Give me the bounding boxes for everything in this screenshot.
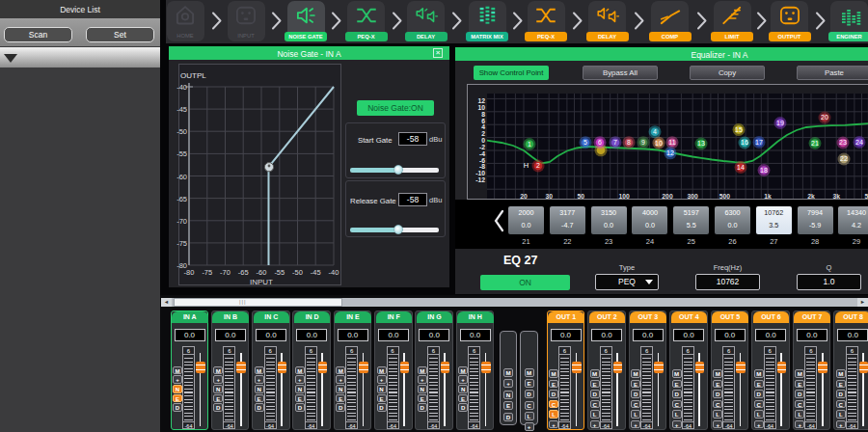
svg-text:6: 6 xyxy=(598,139,602,146)
svg-text:24: 24 xyxy=(855,139,863,146)
svg-text:14: 14 xyxy=(737,164,745,171)
svg-text:20: 20 xyxy=(821,114,828,121)
svg-text:19: 19 xyxy=(776,120,784,126)
svg-text:21: 21 xyxy=(811,140,819,147)
svg-text:H: H xyxy=(524,161,529,170)
svg-text:5: 5 xyxy=(583,139,587,146)
svg-text:9: 9 xyxy=(641,139,645,146)
svg-text:16: 16 xyxy=(741,139,748,146)
svg-text:22: 22 xyxy=(840,155,848,162)
svg-text:18: 18 xyxy=(760,167,768,174)
svg-text:4: 4 xyxy=(653,128,657,135)
svg-text:2: 2 xyxy=(536,162,540,169)
svg-text:12: 12 xyxy=(666,149,674,156)
svg-text:1: 1 xyxy=(528,141,531,148)
svg-text:17: 17 xyxy=(755,139,763,146)
svg-text:23: 23 xyxy=(839,139,847,146)
svg-text:13: 13 xyxy=(697,140,705,147)
svg-text:7: 7 xyxy=(613,139,617,146)
svg-text:8: 8 xyxy=(627,139,631,146)
svg-text:15: 15 xyxy=(735,126,743,133)
svg-text:10: 10 xyxy=(655,140,663,147)
svg-text:11: 11 xyxy=(668,139,675,146)
